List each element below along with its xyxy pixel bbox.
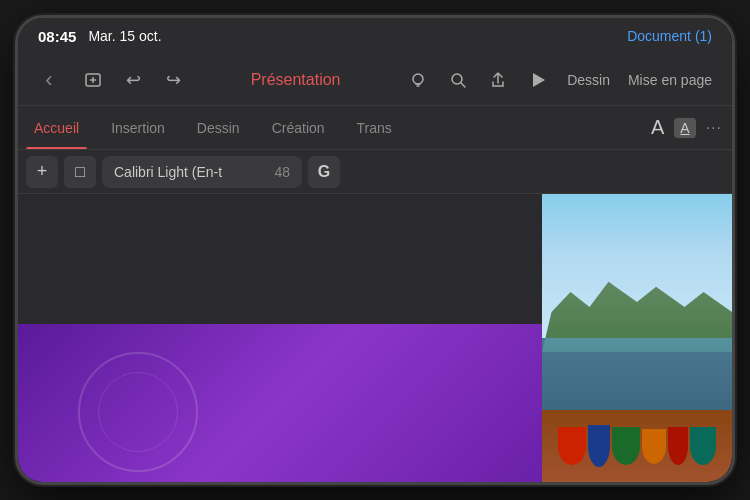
device-frame: 08:45 Mar. 15 oct. Document (1) ‹ ↩ ↪ (15, 15, 735, 485)
misepage-label[interactable]: Mise en page (620, 68, 720, 92)
add-element-button[interactable]: + (26, 156, 58, 188)
search-button[interactable] (439, 61, 477, 99)
presentation-title: Présentation (196, 71, 395, 89)
boat-4 (642, 429, 666, 464)
photo-placeholder (542, 194, 732, 482)
status-left: 08:45 Mar. 15 oct. (38, 28, 162, 45)
boat-6 (690, 427, 716, 465)
underline-a-icon[interactable]: A (674, 118, 695, 138)
status-time: 08:45 (38, 28, 76, 45)
boat-5 (668, 427, 688, 465)
svg-marker-6 (533, 73, 545, 87)
idea-button[interactable] (399, 61, 437, 99)
photo-area (542, 194, 732, 482)
top-toolbar-left: ‹ ↩ ↪ (30, 61, 192, 99)
tab-creation[interactable]: Création (256, 106, 341, 149)
main-content (18, 194, 732, 482)
slide-area[interactable] (18, 194, 542, 482)
back-button[interactable]: ‹ (30, 61, 68, 99)
document-link[interactable]: Document (1) (627, 28, 712, 44)
tab-bar: Accueil Insertion Dessin Création Trans … (18, 106, 732, 150)
right-panel (542, 194, 732, 482)
shape-button[interactable]: □ (64, 156, 96, 188)
top-toolbar: ‹ ↩ ↪ Présentation (18, 54, 732, 106)
large-a-icon[interactable]: A (651, 116, 664, 139)
svg-point-3 (413, 74, 423, 84)
more-dots-icon[interactable]: ··· (706, 119, 722, 137)
tab-dessin[interactable]: Dessin (181, 106, 256, 149)
format-toolbar: + □ Calibri Light (En-t 48 G (18, 150, 732, 194)
boat-2 (588, 425, 610, 467)
top-toolbar-right: Dessin Mise en page (399, 61, 720, 99)
status-bar: 08:45 Mar. 15 oct. Document (1) (18, 18, 732, 54)
tab-accueil[interactable]: Accueil (18, 106, 95, 149)
redo-button[interactable]: ↪ (154, 61, 192, 99)
bold-button[interactable]: G (308, 156, 340, 188)
screen: 08:45 Mar. 15 oct. Document (1) ‹ ↩ ↪ (18, 18, 732, 482)
boat-1 (558, 427, 586, 465)
tab-insertion[interactable]: Insertion (95, 106, 181, 149)
undo-button[interactable]: ↩ (114, 61, 152, 99)
slide-circle-inner-decoration (98, 372, 178, 452)
font-name: Calibri Light (En-t (114, 164, 268, 180)
new-slide-button[interactable] (74, 61, 112, 99)
dessin-label[interactable]: Dessin (559, 68, 618, 92)
tab-right-icons: A A ··· (651, 106, 732, 149)
share-button[interactable] (479, 61, 517, 99)
status-date: Mar. 15 oct. (88, 28, 161, 44)
font-selector[interactable]: Calibri Light (En-t 48 (102, 156, 302, 188)
tab-trans[interactable]: Trans (341, 106, 408, 149)
slide-dark-overlay (18, 194, 542, 338)
font-size: 48 (274, 164, 290, 180)
slide-purple-section (18, 324, 542, 482)
svg-line-5 (461, 83, 465, 87)
play-button[interactable] (519, 61, 557, 99)
boat-3 (612, 427, 640, 465)
photo-boats-area (542, 410, 732, 482)
